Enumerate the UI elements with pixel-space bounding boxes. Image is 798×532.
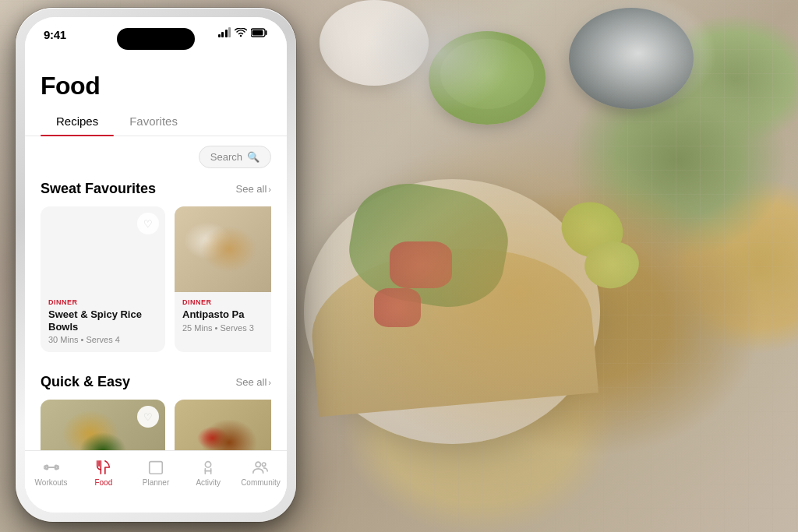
bowl-guacamole — [429, 31, 546, 125]
section-header-quick: Quick & Easy See all › — [41, 374, 271, 390]
page-title: Food — [25, 59, 287, 104]
lime-wedge-1 — [553, 193, 630, 266]
community-icon — [252, 459, 269, 476]
recipe-cards-sweat: ♡ DINNER Sweet & Spicy Rice Bowls 30 Min… — [41, 206, 271, 352]
nav-item-activity[interactable]: Activity — [182, 459, 235, 487]
card-category-1: DINNER — [48, 298, 157, 306]
taco-tomato-1 — [390, 241, 452, 288]
activity-icon — [200, 459, 217, 476]
lime-wedge-2 — [581, 237, 642, 292]
bowl-salsa — [569, 8, 694, 109]
card-info-2: DINNER Antipasto Pa 25 Mins • Serves 3 — [175, 292, 271, 340]
food-icon — [95, 459, 112, 476]
card-title-2: Antipasto Pa — [182, 308, 271, 321]
nav-item-community[interactable]: Community — [235, 459, 287, 487]
nav-item-planner[interactable]: Planner — [129, 459, 182, 487]
card-meta-2: 25 Mins • Serves 3 — [182, 323, 271, 333]
tab-recipes[interactable]: Recipes — [41, 107, 114, 136]
svg-rect-7 — [150, 462, 163, 474]
svg-point-13 — [263, 463, 267, 467]
taco-shell — [305, 238, 598, 417]
tabs-container: Recipes Favorites — [25, 107, 287, 136]
chevron-right-icon: › — [268, 185, 271, 194]
recipe-card-1[interactable]: ♡ DINNER Sweet & Spicy Rice Bowls 30 Min… — [41, 206, 165, 352]
taco-tomato-2 — [374, 288, 421, 327]
taco-lettuce — [341, 174, 515, 316]
bottom-navigation: Workouts Food — [25, 450, 287, 513]
section-header-sweat: Sweat Favourites See all › — [41, 181, 271, 197]
card-image-2 — [175, 206, 271, 292]
svg-rect-1 — [252, 30, 263, 36]
search-container: Search 🔍 — [25, 136, 287, 174]
phone-mockup: 9:41 — [16, 8, 296, 522]
battery-icon — [251, 28, 268, 37]
card-meta-1: 30 Mins • Serves 4 — [48, 335, 157, 344]
status-time: 9:41 — [44, 28, 66, 41]
tab-favorites[interactable]: Favorites — [114, 107, 193, 136]
section-sweat-favourites: Sweat Favourites See all › ♡ DINNER — [25, 174, 287, 355]
search-bar[interactable]: Search 🔍 — [199, 146, 271, 168]
recipe-card-2[interactable]: DINNER Antipasto Pa 25 Mins • Serves 3 — [175, 206, 271, 352]
dumbbell-icon — [43, 459, 60, 476]
nav-label-activity: Activity — [196, 478, 221, 487]
section-title-quick: Quick & Easy — [41, 374, 130, 390]
nav-item-food[interactable]: Food — [77, 459, 129, 487]
search-placeholder: Search — [210, 151, 242, 163]
nav-label-workouts: Workouts — [35, 478, 68, 487]
calendar-icon — [147, 459, 164, 476]
status-icons — [218, 28, 269, 37]
card-title-1: Sweet & Spicy Rice Bowls — [48, 308, 157, 333]
see-all-quick[interactable]: See all › — [236, 376, 271, 388]
wifi-icon — [235, 28, 247, 37]
search-icon: 🔍 — [247, 151, 260, 163]
dynamic-island — [117, 28, 195, 50]
chevron-right-icon-2: › — [268, 378, 271, 387]
card-info-1: DINNER Sweet & Spicy Rice Bowls 30 Mins … — [41, 292, 165, 352]
card-image-1: ♡ — [41, 206, 165, 292]
section-title-sweat: Sweat Favourites — [41, 181, 156, 197]
nav-label-planner: Planner — [143, 478, 169, 487]
app-content: Food Recipes Favorites Search 🔍 — [25, 59, 287, 513]
taco-plate — [304, 179, 600, 444]
see-all-sweat[interactable]: See all › — [236, 183, 271, 195]
nav-label-food: Food — [94, 478, 112, 487]
phone-screen: 9:41 — [25, 17, 287, 513]
svg-point-11 — [206, 462, 211, 467]
nav-item-workouts[interactable]: Workouts — [25, 459, 77, 487]
signal-icon — [218, 28, 231, 37]
favorite-button-1[interactable]: ♡ — [137, 213, 159, 234]
nav-label-community: Community — [241, 478, 281, 487]
card-category-2: DINNER — [182, 298, 271, 306]
svg-point-12 — [256, 462, 260, 467]
bowl-sour-cream — [320, 0, 429, 86]
favorite-button-3[interactable]: ♡ — [137, 406, 159, 428]
